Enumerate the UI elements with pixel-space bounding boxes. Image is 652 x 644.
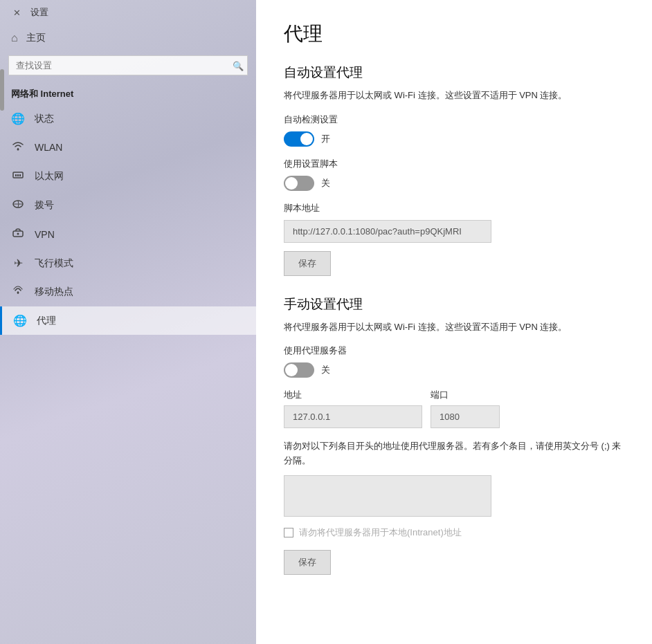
address-input[interactable]: 127.0.0.1 (284, 405, 422, 428)
auto-detect-label: 自动检测设置 (284, 113, 624, 126)
settings-title: 设置 (30, 6, 48, 19)
ethernet-icon (11, 169, 25, 183)
use-script-track[interactable] (284, 176, 314, 191)
close-button[interactable]: ✕ (8, 4, 25, 21)
main-content: 代理 自动设置代理 将代理服务器用于以太网或 Wi-Fi 连接。这些设置不适用于… (256, 0, 652, 644)
use-proxy-thumb (285, 364, 298, 376)
manual-save-button[interactable]: 保存 (284, 550, 331, 575)
vpn-icon (11, 228, 25, 241)
sidebar-item-proxy[interactable]: 🌐 代理 (0, 306, 256, 335)
sidebar-item-status[interactable]: 🌐 状态 (0, 104, 256, 133)
no-intranet-row: 请勿将代理服务器用于本地(Intranet)地址 (284, 526, 624, 539)
exclude-note: 请勿对以下列条目开头的地址使用代理服务器。若有多个条目，请使用英文分号 (;) … (284, 439, 624, 468)
use-script-toggle-row: 关 (284, 176, 624, 191)
title-bar: ✕ 设置 (0, 0, 256, 25)
sidebar-item-dialup[interactable]: 拨号 (0, 191, 256, 220)
port-label: 端口 (431, 389, 500, 401)
home-label: 主页 (26, 32, 46, 44)
manual-section-title: 手动设置代理 (284, 295, 624, 313)
sidebar-item-label: 代理 (37, 315, 56, 327)
addr-port-row: 地址 127.0.0.1 端口 1080 (284, 389, 624, 428)
sidebar-item-label: WLAN (35, 142, 62, 153)
use-script-toggle[interactable] (284, 176, 314, 191)
use-proxy-toggle[interactable] (284, 362, 314, 378)
port-input[interactable]: 1080 (431, 405, 500, 428)
sidebar-item-vpn[interactable]: VPN (0, 220, 256, 249)
auto-detect-toggle-label: 开 (321, 133, 330, 145)
use-proxy-label: 使用代理服务器 (284, 344, 624, 357)
status-icon: 🌐 (11, 112, 25, 125)
port-field-wrap: 端口 1080 (431, 389, 500, 428)
auto-save-button[interactable]: 保存 (284, 251, 331, 276)
sidebar-item-label: 拨号 (35, 199, 54, 212)
use-script-label: 使用设置脚本 (284, 158, 624, 170)
sidebar-item-label: 状态 (35, 113, 54, 125)
sidebar-item-label: 移动热点 (35, 286, 73, 298)
search-input[interactable] (8, 55, 248, 75)
sidebar-item-hotspot[interactable]: 移动热点 (0, 277, 256, 306)
address-label: 地址 (284, 389, 422, 401)
sidebar-item-ethernet[interactable]: 以太网 (0, 162, 256, 191)
use-proxy-toggle-label: 关 (321, 364, 330, 376)
address-field-wrap: 地址 127.0.0.1 (284, 389, 422, 428)
use-proxy-track[interactable] (284, 362, 314, 378)
svg-rect-3 (17, 174, 19, 176)
sidebar-item-label: 飞行模式 (35, 257, 73, 270)
home-icon: ⌂ (11, 32, 18, 44)
sidebar: ✕ 设置 ⌂ 主页 🔍 网络和 Internet 🌐 状态 WLAN (0, 0, 256, 644)
home-nav-item[interactable]: ⌂ 主页 (0, 25, 256, 51)
search-bar: 🔍 (8, 55, 248, 75)
script-addr-input[interactable]: http://127.0.0.1:1080/pac?auth=p9QKjMRI (284, 220, 491, 243)
sidebar-item-label: 以太网 (35, 170, 64, 183)
auto-detect-thumb (300, 133, 313, 145)
use-script-toggle-label: 关 (321, 177, 330, 190)
use-script-thumb (285, 177, 298, 190)
dialup-icon (11, 199, 25, 212)
wlan-icon (11, 140, 25, 154)
page-title: 代理 (284, 21, 624, 47)
auto-section-title: 自动设置代理 (284, 64, 624, 82)
script-addr-label: 脚本地址 (284, 202, 624, 214)
no-intranet-checkbox[interactable] (284, 528, 293, 537)
auto-section-desc: 将代理服务器用于以太网或 Wi-Fi 连接。这些设置不适用于 VPN 连接。 (284, 89, 624, 102)
svg-rect-2 (15, 174, 17, 176)
search-icon[interactable]: 🔍 (233, 60, 244, 71)
no-intranet-label: 请勿将代理服务器用于本地(Intranet)地址 (299, 526, 462, 539)
svg-point-7 (17, 233, 19, 235)
use-proxy-toggle-row: 关 (284, 362, 624, 378)
sidebar-item-airplane[interactable]: ✈ 飞行模式 (0, 249, 256, 277)
proxy-icon: 🌐 (13, 314, 27, 327)
svg-point-0 (17, 149, 19, 151)
sidebar-item-label: VPN (35, 229, 55, 240)
auto-detect-track[interactable] (284, 131, 314, 147)
auto-detect-toggle[interactable] (284, 131, 314, 147)
svg-rect-4 (19, 174, 21, 176)
auto-detect-toggle-row: 开 (284, 131, 624, 147)
exclude-textarea[interactable] (284, 475, 491, 517)
section-label: 网络和 Internet (0, 82, 256, 104)
manual-section-desc: 将代理服务器用于以太网或 Wi-Fi 连接。这些设置不适用于 VPN 连接。 (284, 320, 624, 334)
hotspot-icon (11, 285, 25, 299)
sidebar-item-wlan[interactable]: WLAN (0, 133, 256, 162)
airplane-icon: ✈ (11, 257, 25, 270)
